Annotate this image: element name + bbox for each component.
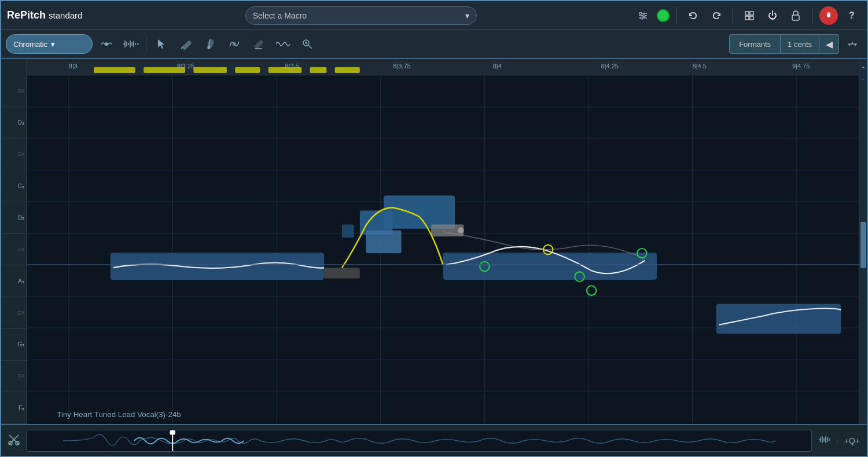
eraser-tool-btn[interactable] bbox=[248, 34, 269, 54]
vibrato-tool-btn[interactable] bbox=[273, 34, 293, 54]
waveform-zoom-btn[interactable] bbox=[816, 434, 833, 447]
waveform-btn[interactable] bbox=[120, 34, 141, 54]
power-button[interactable]: ⏻ bbox=[763, 6, 782, 25]
zoom-tool-btn[interactable] bbox=[297, 34, 318, 54]
grid-button[interactable] bbox=[740, 6, 759, 25]
svg-line-28 bbox=[308, 45, 312, 49]
draw-tool-btn[interactable] bbox=[175, 34, 196, 54]
zoom-out-icon[interactable]: − bbox=[859, 73, 867, 85]
toolbar-divider-2 bbox=[733, 8, 733, 24]
svg-point-4 bbox=[643, 14, 645, 17]
piano-key-csharp: C# bbox=[1, 138, 27, 170]
tool-separator-1 bbox=[146, 36, 146, 52]
vertical-scroll-track[interactable] bbox=[860, 88, 866, 423]
piano-key-f3: F₃ bbox=[1, 392, 27, 424]
svg-rect-61 bbox=[342, 224, 354, 237]
formants-button[interactable]: Formants bbox=[729, 34, 781, 54]
pitch-detection-btn[interactable] bbox=[96, 34, 117, 54]
filter-icon-btn[interactable] bbox=[634, 6, 652, 25]
chromatic-dropdown-arrow: ▾ bbox=[51, 40, 55, 49]
zoom-separator: · bbox=[836, 436, 838, 445]
toolbar-divider-3 bbox=[812, 8, 812, 24]
bottom-right-controls: · +Q+ bbox=[816, 434, 862, 447]
top-toolbar: RePitch standard Select a Macro ▾ bbox=[1, 1, 867, 30]
toolbar-settings-icon[interactable] bbox=[843, 34, 862, 54]
svg-rect-63 bbox=[366, 231, 402, 253]
waveform-bar[interactable] bbox=[27, 430, 812, 452]
macro-select[interactable]: Select a Macro ▾ bbox=[245, 6, 477, 25]
status-indicator bbox=[657, 9, 670, 22]
bottom-section: · +Q+ bbox=[1, 424, 867, 456]
pen-tool-btn[interactable] bbox=[200, 34, 220, 54]
chromatic-label: Chromatic bbox=[13, 40, 47, 49]
macro-dropdown-arrow: ▾ bbox=[465, 11, 469, 20]
piano-key-asharp: A# bbox=[1, 234, 27, 266]
svg-rect-8 bbox=[745, 16, 749, 20]
cents-display: 1 cents bbox=[781, 34, 819, 54]
zoom-icons: + − bbox=[859, 59, 867, 87]
chromatic-select[interactable]: Chromatic ▾ bbox=[6, 34, 93, 54]
toolbar-divider-1 bbox=[676, 8, 677, 24]
timeline: 8|3 8|3.25 8|3.5 8|3.75 8|4 8|4.25 8|4.5… bbox=[27, 59, 859, 75]
vertical-scroll-thumb[interactable] bbox=[860, 222, 866, 268]
redo-button[interactable] bbox=[707, 6, 726, 25]
svg-point-69 bbox=[458, 228, 464, 233]
svg-rect-64 bbox=[384, 196, 455, 229]
smooth-tool-btn[interactable] bbox=[224, 34, 245, 54]
svg-point-3 bbox=[639, 12, 642, 14]
svg-text:Tiny Heart Tuned Lead Vocal(3): Tiny Heart Tuned Lead Vocal(3)-24b bbox=[57, 410, 181, 418]
svg-rect-7 bbox=[750, 12, 753, 15]
canvas-area[interactable]: Tiny Heart Tuned Lead Vocal(3)-24b bbox=[27, 75, 859, 424]
svg-point-12 bbox=[105, 43, 108, 45]
piano-key-b3: B₃ bbox=[1, 202, 27, 234]
svg-point-25 bbox=[233, 43, 236, 46]
right-toolbar-section: Formants 1 cents ◀ bbox=[729, 34, 862, 54]
svg-point-5 bbox=[641, 17, 643, 19]
piano-key-gsharp: G# bbox=[1, 297, 27, 329]
svg-rect-83 bbox=[170, 430, 175, 435]
piano-key-a3: A₃ bbox=[1, 265, 27, 297]
edit-area: 8|3 8|3.25 8|3.5 8|3.75 8|4 8|4.25 8|4.5… bbox=[27, 59, 859, 424]
expand-button[interactable]: ◀ bbox=[819, 34, 839, 54]
svg-rect-6 bbox=[745, 12, 749, 15]
cents-label: 1 cents bbox=[788, 40, 812, 49]
piano-key-d4: D₄ bbox=[1, 107, 27, 139]
piano-roll: D# D₄ C# C₃ B₃ A# A₃ G# G₃ F# F₃ bbox=[1, 59, 27, 424]
main-content: D# D₄ C# C₃ B₃ A# A₃ G# G₃ F# F₃ bbox=[1, 59, 867, 424]
cursor-tool-btn[interactable] bbox=[151, 34, 172, 54]
lock-button[interactable] bbox=[786, 6, 805, 25]
svg-rect-66 bbox=[443, 253, 657, 280]
cut-icon[interactable] bbox=[6, 432, 22, 450]
svg-point-72 bbox=[587, 286, 596, 295]
zoom-in-bottom-btn[interactable]: +Q+ bbox=[842, 435, 862, 447]
pitch-canvas: Tiny Heart Tuned Lead Vocal(3)-24b bbox=[27, 75, 859, 424]
piano-key-c3: C₃ bbox=[1, 170, 27, 202]
svg-rect-65 bbox=[324, 268, 360, 279]
second-toolbar: Chromatic ▾ bbox=[1, 30, 867, 59]
right-scrollbar[interactable]: + − bbox=[859, 59, 867, 424]
piano-key-fsharp: F# bbox=[1, 361, 27, 393]
svg-rect-9 bbox=[750, 16, 753, 20]
app-container: RePitch standard Select a Macro ▾ bbox=[0, 0, 868, 457]
piano-key-g3: G₃ bbox=[1, 329, 27, 361]
piano-key-dsharp: D# bbox=[1, 75, 27, 107]
svg-rect-60 bbox=[111, 253, 325, 280]
app-title: RePitch standard bbox=[7, 9, 82, 21]
macro-placeholder: Select a Macro bbox=[253, 11, 307, 20]
svg-rect-81 bbox=[63, 430, 776, 451]
zoom-in-icon[interactable]: + bbox=[859, 61, 867, 73]
settings-badge[interactable] bbox=[819, 6, 838, 25]
undo-button[interactable] bbox=[684, 6, 703, 25]
timeline-markers: 8|3 8|3.25 8|3.5 8|3.75 8|4 8|4.25 8|4.5… bbox=[27, 59, 859, 75]
help-button[interactable]: ? bbox=[843, 6, 861, 25]
svg-rect-10 bbox=[792, 15, 799, 20]
